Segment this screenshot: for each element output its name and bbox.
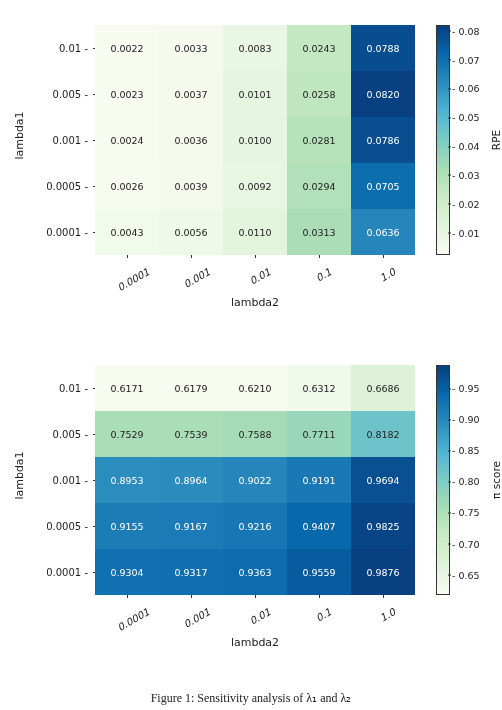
colorbar-tick: - 0.70 [452, 538, 480, 549]
heatmap-cell: 0.0820 [351, 71, 415, 117]
heatmap-cell: 0.6171 [95, 365, 159, 411]
heatmap-panel-rpe: lambda1 0.01 -0.005 -0.001 -0.0005 -0.00… [0, 10, 502, 330]
x-tick: 0.0001 [95, 598, 159, 638]
colorbar-tick: - 0.08 [452, 25, 480, 36]
heatmap-cell: 0.8964 [159, 457, 223, 503]
y-tick: 0.01 - [30, 365, 92, 411]
y-tick: 0.005 - [30, 71, 92, 117]
figure-caption: Figure 1: Sensitivity analysis of λ₁ and… [0, 691, 502, 706]
heatmap-cell: 0.9191 [287, 457, 351, 503]
heatmap-cell: 0.0083 [223, 25, 287, 71]
heatmap-cell: 0.8953 [95, 457, 159, 503]
heatmap-row: 0.00240.00360.01000.02810.0786 [95, 117, 415, 163]
heatmap-cell: 0.0636 [351, 209, 415, 255]
colorbar-tick: - 0.80 [452, 476, 480, 487]
x-ticks: 0.00010.0010.010.11.0 [95, 258, 415, 298]
colorbar-tick: - 0.95 [452, 383, 480, 394]
heatmap-cell: 0.0022 [95, 25, 159, 71]
heatmap-cell: 0.9167 [159, 503, 223, 549]
x-axis-label: lambda2 [95, 636, 415, 649]
heatmap-cell: 0.0023 [95, 71, 159, 117]
colorbar-tick: - 0.90 [452, 414, 480, 425]
heatmap-panel-piscore: lambda1 0.01 -0.005 -0.001 -0.0005 -0.00… [0, 350, 502, 670]
colorbar-tick: - 0.75 [452, 507, 480, 518]
x-tick: 0.001 [159, 598, 223, 638]
x-tick: 0.1 [287, 258, 351, 298]
heatmap-cell: 0.0033 [159, 25, 223, 71]
colorbar-label-text: RPE [490, 130, 502, 150]
y-tick: 0.01 - [30, 25, 92, 71]
y-tick: 0.0005 - [30, 163, 92, 209]
heatmap-row: 0.75290.75390.75880.77110.8182 [95, 411, 415, 457]
x-axis-label: lambda2 [95, 296, 415, 309]
heatmap-row: 0.00430.00560.01100.03130.0636 [95, 209, 415, 255]
colorbar-tick: - 0.85 [452, 445, 480, 456]
heatmap-row: 0.00260.00390.00920.02940.0705 [95, 163, 415, 209]
y-tick: 0.0001 - [30, 209, 92, 255]
x-tick: 0.1 [287, 598, 351, 638]
heatmap-cell: 0.0026 [95, 163, 159, 209]
heatmap-cell: 0.0786 [351, 117, 415, 163]
heatmap-cell: 0.0043 [95, 209, 159, 255]
x-tick: 0.01 [223, 598, 287, 638]
y-axis-label-text: lambda1 [13, 451, 26, 499]
colorbar [436, 365, 450, 595]
y-tick: 0.001 - [30, 457, 92, 503]
heatmap-row: 0.00220.00330.00830.02430.0788 [95, 25, 415, 71]
x-tick: 0.01 [223, 258, 287, 298]
heatmap-cell: 0.9363 [223, 549, 287, 595]
heatmap-grid: 0.00220.00330.00830.02430.07880.00230.00… [95, 25, 415, 255]
colorbar-tick: - 0.06 [452, 83, 480, 94]
heatmap-cell: 0.0101 [223, 71, 287, 117]
heatmap-cell: 0.0110 [223, 209, 287, 255]
heatmap-cell: 0.9216 [223, 503, 287, 549]
heatmap-cell: 0.0281 [287, 117, 351, 163]
colorbar-ticks: - 0.65- 0.70- 0.75- 0.80- 0.85- 0.90- 0.… [452, 365, 490, 595]
heatmap-cell: 0.9559 [287, 549, 351, 595]
y-ticks: 0.01 -0.005 -0.001 -0.0005 -0.0001 - [30, 365, 92, 595]
heatmap-cell: 0.7539 [159, 411, 223, 457]
colorbar-tick: - 0.07 [452, 54, 480, 65]
heatmap-cell: 0.9317 [159, 549, 223, 595]
y-tick: 0.005 - [30, 411, 92, 457]
colorbar-tick: - 0.65 [452, 569, 480, 580]
heatmap-cell: 0.9876 [351, 549, 415, 595]
heatmap-cell: 0.9155 [95, 503, 159, 549]
colorbar-ticks: - 0.01- 0.02- 0.03- 0.04- 0.05- 0.06- 0.… [452, 25, 490, 255]
heatmap-cell: 0.9407 [287, 503, 351, 549]
heatmap-cell: 0.0036 [159, 117, 223, 163]
heatmap-grid: 0.61710.61790.62100.63120.66860.75290.75… [95, 365, 415, 595]
x-tick: 0.0001 [95, 258, 159, 298]
colorbar-label: RPE [490, 25, 502, 255]
x-tick: 0.001 [159, 258, 223, 298]
colorbar-label: π score [490, 365, 502, 595]
heatmap-cell: 0.9694 [351, 457, 415, 503]
colorbar-tick: - 0.01 [452, 227, 480, 238]
heatmap-cell: 0.0056 [159, 209, 223, 255]
heatmap-cell: 0.0313 [287, 209, 351, 255]
y-tick: 0.0001 - [30, 549, 92, 595]
heatmap-row: 0.00230.00370.01010.02580.0820 [95, 71, 415, 117]
x-tick: 1.0 [351, 598, 415, 638]
heatmap-cell: 0.6312 [287, 365, 351, 411]
heatmap-cell: 0.0243 [287, 25, 351, 71]
colorbar-label-text: π score [490, 461, 502, 499]
heatmap-cell: 0.7711 [287, 411, 351, 457]
heatmap-cell: 0.0039 [159, 163, 223, 209]
heatmap-cell: 0.6210 [223, 365, 287, 411]
heatmap-cell: 0.7529 [95, 411, 159, 457]
heatmap-cell: 0.9825 [351, 503, 415, 549]
heatmap-cell: 0.0024 [95, 117, 159, 163]
x-ticks: 0.00010.0010.010.11.0 [95, 598, 415, 638]
y-ticks: 0.01 -0.005 -0.001 -0.0005 -0.0001 - [30, 25, 92, 255]
heatmap-cell: 0.0100 [223, 117, 287, 163]
y-tick: 0.001 - [30, 117, 92, 163]
colorbar-tick: - 0.04 [452, 141, 480, 152]
heatmap-cell: 0.0294 [287, 163, 351, 209]
heatmap-cell: 0.0092 [223, 163, 287, 209]
colorbar-tick: - 0.03 [452, 169, 480, 180]
heatmap-cell: 0.0037 [159, 71, 223, 117]
colorbar-tick: - 0.02 [452, 198, 480, 209]
heatmap-cell: 0.7588 [223, 411, 287, 457]
heatmap-cell: 0.6179 [159, 365, 223, 411]
